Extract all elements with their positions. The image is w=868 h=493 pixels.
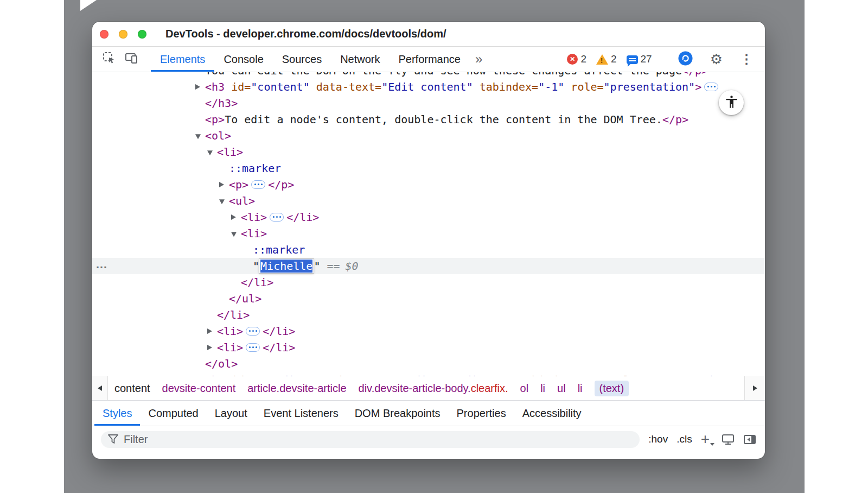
breadcrumb-item[interactable]: div.devsite-article-body.clearfix. [359,382,508,395]
message-badge[interactable]: 27 [627,53,652,65]
dom-tree-row[interactable]: <p></p> [92,176,765,193]
breadcrumb-item[interactable]: devsite-content [162,382,236,395]
code-token: "Edit attributes" [401,374,512,376]
sidebar-tab-computed[interactable]: Computed [140,401,206,426]
dom-tree-row[interactable]: </h3> [92,95,765,111]
sync-button[interactable] [674,51,697,68]
styles-filter-field[interactable] [101,431,640,448]
text-edit-field[interactable]: Michelle [259,259,314,273]
expand-triangle-icon[interactable] [207,345,212,350]
dom-tree-row[interactable]: </ul> [92,290,765,307]
dom-tree-row[interactable]: <ul> [92,193,765,209]
close-window-button[interactable] [100,30,108,39]
row-overflow-menu-icon[interactable]: … [95,256,107,273]
tab-sources[interactable]: Sources [273,47,331,72]
collapse-triangle-icon[interactable] [207,150,213,155]
expand-triangle-icon[interactable] [195,84,200,90]
dom-tree-row[interactable]: <li></li> [92,209,765,225]
collapse-triangle-icon[interactable] [219,199,225,204]
dom-tree-row[interactable]: <li> [92,225,765,242]
dom-tree-row[interactable]: <li></li> [92,339,765,356]
filter-input[interactable] [124,433,633,446]
breadcrumb-item[interactable]: (text) [595,381,629,396]
dom-tree-row[interactable]: You can edit the DOM on the fly and see … [92,72,765,79]
code-token: <h3 [205,80,225,93]
dom-tree-row[interactable]: <ol> [92,128,765,144]
collapse-triangle-icon[interactable] [195,134,201,139]
breadcrumb-scroll-right-button[interactable] [744,376,765,400]
inline-expand-icon[interactable] [246,343,260,352]
expand-triangle-icon[interactable] [231,214,236,220]
code-token: "-1" [577,374,603,376]
warning-count: 2 [611,53,617,65]
error-badge[interactable]: 2 [567,53,586,65]
dom-tree-row[interactable]: ::marker [92,160,765,176]
dom-tree-row[interactable]: <h3 id="attributes" data-text="Edit attr… [92,372,765,376]
sidebar-tab-accessibility[interactable]: Accessibility [514,401,590,426]
sidebar-tab-dom-breakpoints[interactable]: DOM Breakpoints [347,401,449,426]
dom-tree-row[interactable]: </li> [92,274,765,290]
breadcrumb-part: article.devsite-article [247,382,346,394]
inline-expand-icon[interactable] [251,180,265,189]
breadcrumb-item[interactable]: content [114,382,150,395]
breadcrumb-item[interactable]: article.devsite-article [247,382,346,395]
rendering-emulations-icon[interactable] [722,434,735,445]
tab-console[interactable]: Console [214,47,272,72]
scroll-right-icon [753,385,757,391]
minimize-window-button[interactable] [119,30,127,39]
code-token: data-text= [310,80,381,93]
accessibility-overlay-button[interactable] [719,90,744,115]
code-token: tabindex= [512,374,577,376]
dom-tree-row[interactable]: </ol> [92,356,765,372]
more-tabs-button[interactable]: » [470,47,488,72]
pseudo-state-toggle[interactable]: :hov [648,433,668,445]
settings-button[interactable]: ⚙ [706,51,727,68]
expand-triangle-icon[interactable] [207,328,212,334]
tab-elements[interactable]: Elements [151,47,214,72]
code-token: </ul> [229,292,261,305]
code-token: id= [225,374,251,376]
breadcrumb-item[interactable]: li [540,382,545,395]
breadcrumb-item[interactable]: ul [557,382,566,395]
code-token: role= [604,374,643,376]
code-token: "Edit content" [381,80,473,93]
expand-triangle-icon[interactable] [219,182,224,187]
dom-tree-row[interactable]: <h3 id="content" data-text="Edit content… [92,79,765,95]
code-token: " [314,260,320,273]
dom-tree-row[interactable]: ::marker [92,242,765,258]
device-toolbar-button[interactable] [120,47,143,72]
dom-tree-row[interactable]: <li> [92,144,765,160]
zoom-window-button[interactable] [138,30,146,39]
collapse-triangle-icon[interactable] [231,232,237,237]
breadcrumb-item[interactable]: li [578,382,583,395]
tab-performance[interactable]: Performance [390,47,470,72]
toggle-sidebar-icon[interactable] [743,434,756,445]
inspect-element-button[interactable] [98,47,120,72]
dom-tree-row[interactable]: </li> [92,307,765,323]
code-token: </p> [682,72,708,77]
warning-badge[interactable]: 2 [596,53,617,65]
sidebar-tab-layout[interactable]: Layout [207,401,256,426]
breadcrumb-scroll-left-button[interactable] [92,376,108,400]
tab-network[interactable]: Network [331,47,389,72]
sidebar-tab-styles[interactable]: Styles [94,401,140,426]
sidebar-tab-event-listeners[interactable]: Event Listeners [256,401,347,426]
element-class-toggle[interactable]: .cls [676,433,692,445]
breadcrumb-part: (text) [599,382,624,394]
inline-expand-icon[interactable] [246,327,260,336]
dom-tree-row[interactable]: <li></li> [92,323,765,339]
dom-tree-row[interactable]: …"Michelle"==$0 [92,258,765,274]
code-token: > [734,374,741,376]
inline-expand-icon[interactable] [704,83,718,91]
dom-tree-row[interactable]: <p>To edit a node's content, double-clic… [92,111,765,128]
inline-expand-icon[interactable] [270,213,284,222]
more-options-button[interactable]: ⋮ [736,52,757,67]
code-token: </li> [217,308,250,321]
code-token: </h3> [205,97,238,110]
breadcrumb-item[interactable]: ol [520,382,529,395]
code-token: "content" [251,80,309,93]
caret-icon [710,443,714,446]
new-style-rule-button[interactable]: + [701,433,713,445]
sidebar-tab-properties[interactable]: Properties [449,401,514,426]
breadcrumb-part: content [114,382,150,394]
